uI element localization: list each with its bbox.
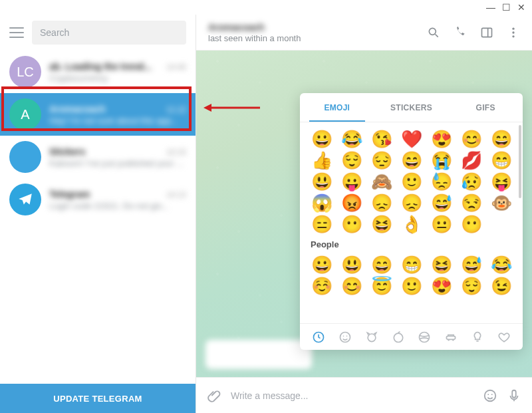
chat-item[interactable]: Telegram 14:13 Login code 21521. Do not … xyxy=(0,178,196,221)
emoji-cat-smile[interactable] xyxy=(337,329,353,345)
conversation-pane: Aromacoach last seen within a month EMOJ… xyxy=(196,15,532,413)
emoji-cell[interactable]: 😐 xyxy=(429,215,454,233)
chat-preview: Kaboom! I've just published your ... xyxy=(49,158,186,168)
attach-icon[interactable] xyxy=(207,388,221,403)
search-input[interactable] xyxy=(32,21,186,45)
emoji-tab-stickers[interactable]: STICKERS xyxy=(374,93,449,122)
chat-name: Aromacoach xyxy=(49,104,106,114)
chat-name: Telegram xyxy=(49,189,90,200)
emoji-cell[interactable]: 😞 xyxy=(399,194,424,211)
emoji-cell[interactable]: 😁 xyxy=(489,152,513,169)
svg-rect-14 xyxy=(447,336,456,339)
chat-time: 10:15 xyxy=(166,148,186,157)
emoji-cell[interactable]: 🙂 xyxy=(399,173,424,190)
emoji-scrollbar[interactable] xyxy=(519,125,521,198)
emoji-tab-gifs[interactable]: GIFS xyxy=(448,93,523,122)
emoji-cat-travel[interactable] xyxy=(443,329,459,345)
emoji-cat-sport[interactable] xyxy=(416,329,432,345)
emoji-cell[interactable]: 😘 xyxy=(369,130,394,148)
emoji-cell[interactable]: 😡 xyxy=(339,194,364,211)
emoji-cell[interactable] xyxy=(489,215,513,233)
chat-name: ab. Loading the trend... xyxy=(49,61,152,72)
svg-point-4 xyxy=(512,27,514,29)
svg-point-5 xyxy=(512,31,514,33)
emoji-cell[interactable]: 😍 xyxy=(429,277,454,295)
emoji-cell[interactable]: ☺️ xyxy=(309,277,334,295)
emoji-cell[interactable]: 😄 xyxy=(399,152,424,169)
emoji-cat-animal[interactable] xyxy=(364,329,380,345)
emoji-cat-objects[interactable] xyxy=(469,329,485,345)
window-close[interactable]: ✕ xyxy=(517,3,525,12)
emoji-cell[interactable]: 😇 xyxy=(369,277,394,295)
svg-point-13 xyxy=(420,332,430,342)
emoji-cell[interactable]: 😶 xyxy=(459,215,483,233)
avatar xyxy=(9,184,41,215)
chat-item[interactable]: Stickers 10:15 Kaboom! I've just publish… xyxy=(0,136,196,178)
conversation-status: last seen within a month xyxy=(208,33,427,43)
menu-icon[interactable] xyxy=(9,27,24,38)
emoji-cell[interactable]: 😅 xyxy=(429,194,454,211)
avatar: A xyxy=(9,98,41,130)
side-panel-icon[interactable] xyxy=(480,26,493,39)
chat-time: 14:13 xyxy=(166,190,186,200)
emoji-cell[interactable]: 👌 xyxy=(399,215,424,233)
chat-item-selected[interactable]: A Aromacoach 11:12 Hey! I'm not sure abo… xyxy=(0,93,196,136)
emoji-cell[interactable]: 😁 xyxy=(399,256,424,273)
emoji-cell[interactable]: 😊 xyxy=(459,130,483,148)
svg-point-10 xyxy=(346,335,347,337)
message-input[interactable] xyxy=(231,390,473,401)
window-maximize[interactable]: ☐ xyxy=(502,3,511,12)
emoji-cell[interactable]: 😅 xyxy=(459,256,483,273)
emoji-cell[interactable]: 😍 xyxy=(429,130,454,148)
emoji-cell[interactable]: 😀 xyxy=(309,130,334,148)
svg-point-19 xyxy=(487,394,489,395)
emoji-cell[interactable]: 😝 xyxy=(489,173,513,190)
emoji-cell[interactable]: 🙈 xyxy=(369,173,394,190)
emoji-cell[interactable]: 😆 xyxy=(429,256,454,273)
emoji-cell[interactable]: 😥 xyxy=(459,173,483,190)
microphone-icon[interactable] xyxy=(507,388,521,403)
emoji-cell[interactable]: 😑 xyxy=(309,215,334,233)
emoji-cell[interactable]: 😊 xyxy=(339,277,364,295)
emoji-cell[interactable]: 😌 xyxy=(459,277,483,295)
svg-point-15 xyxy=(448,339,450,341)
search-icon[interactable] xyxy=(427,26,440,39)
emoji-cell[interactable]: 😀 xyxy=(309,256,334,273)
emoji-cell[interactable]: 👍 xyxy=(309,152,334,169)
emoji-cat-food[interactable] xyxy=(390,329,406,345)
emoji-cell[interactable]: 😃 xyxy=(339,256,364,273)
emoji-cell[interactable]: 😔 xyxy=(369,152,394,169)
emoji-cell[interactable]: 😄 xyxy=(369,256,394,273)
emoji-cell[interactable]: ❤️ xyxy=(399,130,424,148)
compose-bar xyxy=(196,377,532,413)
window-minimize[interactable]: — xyxy=(486,3,495,12)
emoji-cell[interactable]: 😃 xyxy=(309,173,334,190)
emoji-cell[interactable]: 😶 xyxy=(339,215,364,233)
emoji-cell[interactable]: 😉 xyxy=(489,277,513,295)
emoji-cell[interactable]: 😓 xyxy=(429,173,454,190)
emoji-cell[interactable]: 😂 xyxy=(489,256,513,273)
update-telegram-button[interactable]: UPDATE TELEGRAM xyxy=(0,384,196,413)
emoji-cat-symbols[interactable] xyxy=(496,329,512,345)
emoji-cell[interactable]: 💋 xyxy=(459,152,483,169)
emoji-cell[interactable]: 😄 xyxy=(489,130,513,148)
emoji-cell[interactable]: 😌 xyxy=(339,152,364,169)
emoji-cell[interactable]: 😂 xyxy=(339,130,364,148)
emoji-cell[interactable]: 🙂 xyxy=(399,277,424,295)
emoji-cell[interactable]: 😛 xyxy=(339,173,364,190)
emoji-grid: 😀😂😘❤️😍😊😄 👍😌😔😄😭💋😁 😃😛🙈🙂😓😥😝 😱😡😞😞😅😒🐵 😑😶😆👌😐😶 … xyxy=(300,122,523,323)
emoji-cell[interactable]: 😭 xyxy=(429,152,454,169)
emoji-cell[interactable]: 😱 xyxy=(309,194,334,211)
emoji-tab-emoji[interactable]: EMOJI xyxy=(300,93,374,122)
call-icon[interactable] xyxy=(454,26,467,39)
svg-point-20 xyxy=(491,394,493,395)
emoji-cell[interactable]: 😆 xyxy=(369,215,394,233)
conversation-name: Aromacoach xyxy=(208,22,427,33)
emoji-cell[interactable]: 😞 xyxy=(369,194,394,211)
emoji-cat-recent[interactable] xyxy=(311,329,327,345)
emoji-icon[interactable] xyxy=(483,388,497,403)
emoji-cell[interactable]: 😒 xyxy=(459,194,483,211)
emoji-cell[interactable]: 🐵 xyxy=(489,194,513,211)
chat-item[interactable]: LC ab. Loading the trend... 14:40 Crypto… xyxy=(0,51,196,93)
more-icon[interactable] xyxy=(507,26,520,39)
